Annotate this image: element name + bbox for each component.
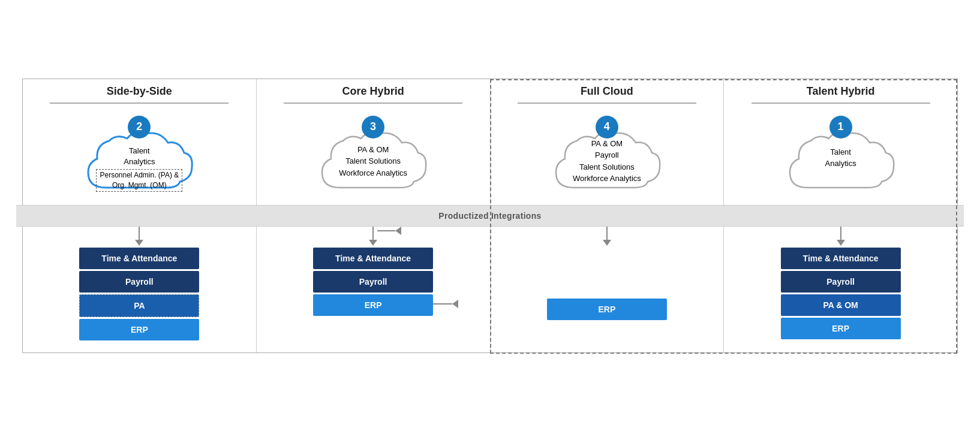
talent-hybrid-number: 1	[829, 116, 852, 138]
side-by-side-number: 2	[128, 116, 151, 138]
box-pa-sbs: PA	[79, 294, 199, 317]
side-by-side-title-line	[50, 103, 229, 104]
full-cloud-cloud-text: PA & OM Payroll Talent Solutions Workfor…	[556, 138, 658, 185]
full-cloud-title-line	[518, 103, 696, 104]
box-erp-fc: ERP	[547, 299, 667, 320]
h-arrow-erp	[433, 300, 458, 308]
full-cloud-cloud-wrapper: 4 PA & OM Payroll Talent Solutions Workf…	[538, 125, 676, 212]
integrations-banner: Productized Integrations	[16, 205, 964, 227]
side-by-side-dashed-box: Personnel Admin. (PA) &Org. Mgmt. (OM)	[96, 169, 182, 192]
side-by-side-cloud-text: Talent Analytics Personnel Admin. (PA) &…	[88, 146, 190, 192]
h-arrow-to-core-hybrid	[377, 227, 401, 235]
talent-hybrid-boxes: Time & Attendance Payroll PA & OM ERP	[781, 248, 901, 339]
box-time-attendance-sbs: Time & Attendance	[79, 248, 199, 269]
diagram-container: Side-by-Side 2 Talent Analytics Personne…	[16, 67, 964, 365]
talent-hybrid-cloud-wrapper: 1 Talent Analytics	[772, 125, 910, 212]
side-by-side-cloud-wrapper: 2 Talent Analytics Personnel Admin. (PA)…	[70, 125, 208, 212]
box-time-attendance-th: Time & Attendance	[781, 248, 901, 269]
full-cloud-number: 4	[596, 116, 618, 138]
core-hybrid-cloud-text: PA & OM Talent Solutions Workforce Analy…	[322, 144, 424, 179]
box-paom-th: PA & OM	[781, 294, 901, 316]
talent-hybrid-title-line	[751, 103, 930, 104]
box-erp-th: ERP	[781, 318, 901, 339]
core-hybrid-boxes: Time & Attendance Payroll ERP	[313, 248, 433, 316]
side-by-side-title: Side-by-Side	[107, 85, 172, 98]
talent-hybrid-title: Talent Hybrid	[807, 85, 875, 98]
core-hybrid-number: 3	[362, 116, 384, 138]
box-erp-ch: ERP	[313, 294, 433, 316]
box-erp-sbs: ERP	[79, 319, 199, 340]
core-hybrid-title: Core Hybrid	[342, 85, 404, 98]
box-payroll-sbs: Payroll	[79, 271, 199, 293]
box-payroll-ch: Payroll	[313, 271, 433, 293]
full-cloud-title: Full Cloud	[581, 85, 633, 98]
talent-hybrid-cloud-text: Talent Analytics	[790, 146, 892, 170]
core-hybrid-cloud-wrapper: 3 PA & OM Talent Solutions Workforce Ana…	[304, 125, 442, 212]
side-by-side-boxes: Time & Attendance Payroll PA ERP	[79, 248, 199, 340]
box-time-attendance-ch: Time & Attendance	[313, 248, 433, 269]
box-payroll-th: Payroll	[781, 271, 901, 293]
arrow-down-head	[135, 240, 143, 246]
core-hybrid-title-line	[284, 103, 462, 104]
integrations-label: Productized Integrations	[438, 211, 541, 221]
full-cloud-boxes: ERP	[547, 299, 667, 320]
